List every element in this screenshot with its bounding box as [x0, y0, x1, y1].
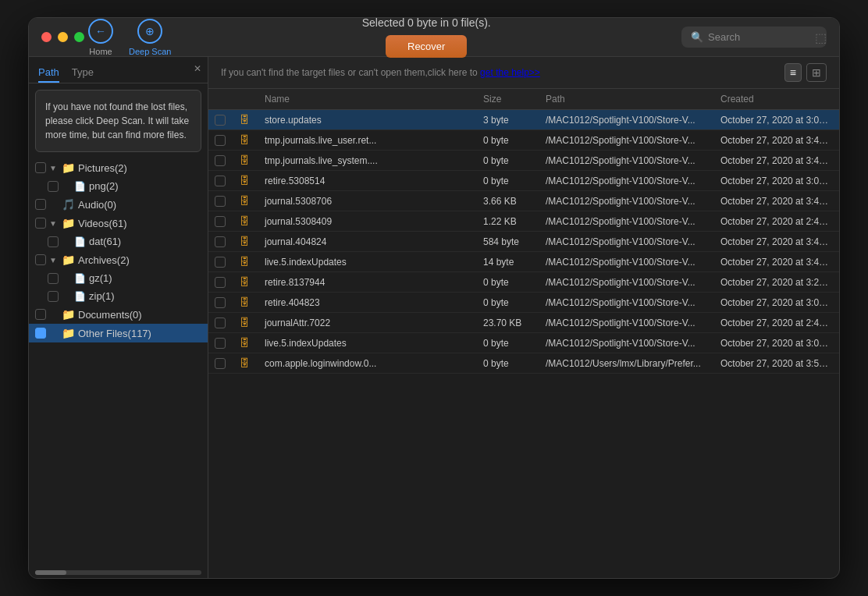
row-size: 0 byte: [477, 155, 539, 166]
table-row[interactable]: 🗄 live.5.indexUpdates 14 byte /MAC1012/S…: [208, 252, 839, 272]
sidebar-item-gz[interactable]: 📄 gz(1): [29, 269, 208, 287]
window-action-icon: ⬚: [815, 30, 827, 44]
row-checkbox[interactable]: [208, 338, 233, 349]
home-nav-button[interactable]: ← Home: [88, 19, 113, 56]
traffic-lights: [41, 32, 84, 42]
row-name: com.apple.loginwindow.0...: [258, 358, 477, 369]
sidebar: Path Type ✕ If you have not found the lo…: [29, 57, 208, 578]
table-row[interactable]: 🗄 retire.5308514 0 byte /MAC1012/Spotlig…: [208, 171, 839, 191]
list-view-button[interactable]: ≡: [784, 63, 802, 82]
png-checkbox[interactable]: [48, 181, 59, 192]
table-row[interactable]: 🗄 retire.404823 0 byte /MAC1012/Spotligh…: [208, 293, 839, 313]
main-area: Path Type ✕ If you have not found the lo…: [29, 57, 839, 578]
deepscan-nav-button[interactable]: ⊕ Deep Scan: [129, 19, 171, 56]
search-input[interactable]: [708, 31, 817, 43]
row-file-icon: 🗄: [233, 215, 258, 227]
row-checkbox[interactable]: [208, 216, 233, 227]
status-text: Selected 0 byte in 0 file(s).: [362, 17, 491, 29]
sidebar-item-audio[interactable]: 🎵 Audio(0): [29, 195, 208, 214]
status-area: Selected 0 byte in 0 file(s). Recover: [194, 17, 658, 58]
row-checkbox[interactable]: [208, 257, 233, 268]
archives-label: Archives(2): [78, 254, 130, 266]
sidebar-item-dat[interactable]: 📄 dat(61): [29, 232, 208, 250]
other-files-checkbox[interactable]: [35, 328, 46, 339]
maximize-button[interactable]: [74, 32, 84, 42]
home-icon: ←: [88, 19, 113, 44]
row-checkbox[interactable]: [208, 176, 233, 186]
row-name: journal.5308409: [258, 216, 477, 227]
row-checkbox[interactable]: [208, 135, 233, 146]
row-size: 14 byte: [477, 257, 539, 268]
gz-checkbox[interactable]: [48, 273, 59, 284]
toolbar: ← Home ⊕ Deep Scan Selected 0 byte in 0 …: [41, 17, 827, 58]
sidebar-item-zip[interactable]: 📄 zip(1): [29, 287, 208, 305]
row-checkbox[interactable]: [208, 358, 233, 369]
row-checkbox[interactable]: [208, 318, 233, 328]
row-checkbox[interactable]: [208, 236, 233, 247]
zip-checkbox[interactable]: [48, 291, 59, 302]
table-row[interactable]: 🗄 retire.8137944 0 byte /MAC1012/Spotlig…: [208, 272, 839, 293]
documents-checkbox[interactable]: [35, 309, 46, 320]
table-row[interactable]: 🗄 tmp.journals.live_system.... 0 byte /M…: [208, 151, 839, 171]
tab-path[interactable]: Path: [38, 63, 59, 83]
row-checkbox[interactable]: [208, 115, 233, 126]
table-row[interactable]: 🗄 journalAttr.7022 23.70 KB /MAC1012/Spo…: [208, 313, 839, 333]
pictures-checkbox[interactable]: [35, 162, 46, 173]
sidebar-scrollbar[interactable]: [35, 570, 201, 575]
table-row[interactable]: 🗄 com.apple.loginwindow.0... 0 byte /MAC…: [208, 353, 839, 374]
audio-checkbox[interactable]: [35, 199, 46, 210]
sidebar-item-videos[interactable]: ▼ 📁 Videos(61): [29, 214, 208, 232]
archives-folder-icon: 📁: [62, 254, 75, 266]
row-name: store.updates: [258, 115, 477, 126]
documents-label: Documents(0): [78, 309, 142, 321]
minimize-button[interactable]: [58, 32, 68, 42]
table-row[interactable]: 🗄 journal.404824 584 byte /MAC1012/Spotl…: [208, 232, 839, 252]
videos-checkbox[interactable]: [35, 218, 46, 229]
row-file-icon: 🗄: [233, 195, 258, 207]
sidebar-tabs: Path Type ✕: [29, 57, 208, 83]
row-checkbox[interactable]: [208, 297, 233, 308]
sidebar-item-other-files[interactable]: 📁 Other Files(117): [29, 324, 208, 342]
tooltip-close-button[interactable]: ✕: [194, 63, 201, 74]
help-link[interactable]: get the help>>: [480, 67, 540, 78]
zip-label: zip(1): [89, 290, 115, 302]
table-row[interactable]: 🗄 journal.5308409 1.22 KB /MAC1012/Spotl…: [208, 211, 839, 232]
sidebar-item-png[interactable]: 📄 png(2): [29, 177, 208, 195]
table-row[interactable]: 🗄 store.updates 3 byte /MAC1012/Spotligh…: [208, 110, 839, 130]
row-file-icon: 🗄: [233, 337, 258, 349]
recover-button[interactable]: Recover: [386, 35, 467, 58]
row-created: October 27, 2020 at 3:48 PM: [714, 236, 839, 247]
table-row[interactable]: 🗄 live.5.indexUpdates 0 byte /MAC1012/Sp…: [208, 333, 839, 353]
row-name: live.5.indexUpdates: [258, 257, 477, 268]
row-path: /MAC1012/Spotlight-V100/Store-V...: [539, 155, 714, 166]
row-size: 0 byte: [477, 338, 539, 349]
row-size: 23.70 KB: [477, 318, 539, 328]
col-icon: [233, 94, 258, 105]
audio-label: Audio(0): [78, 199, 116, 211]
sidebar-item-documents[interactable]: 📁 Documents(0): [29, 305, 208, 324]
row-name: retire.404823: [258, 297, 477, 308]
row-size: 0 byte: [477, 176, 539, 186]
dat-checkbox[interactable]: [48, 236, 59, 247]
close-button[interactable]: [41, 32, 52, 42]
grid-view-button[interactable]: ⊞: [806, 63, 827, 82]
row-size: 584 byte: [477, 236, 539, 247]
row-size: 0 byte: [477, 135, 539, 146]
table-row[interactable]: 🗄 tmp.journals.live_user.ret... 0 byte /…: [208, 130, 839, 151]
png-label: png(2): [89, 180, 119, 192]
sidebar-item-pictures[interactable]: ▼ 📁 Pictures(2): [29, 158, 208, 177]
table-row[interactable]: 🗄 journal.5308706 3.66 KB /MAC1012/Spotl…: [208, 191, 839, 211]
row-checkbox[interactable]: [208, 277, 233, 288]
row-created: October 27, 2020 at 2:48 PM: [714, 216, 839, 227]
deepscan-icon: ⊕: [137, 19, 162, 44]
tab-type[interactable]: Type: [72, 63, 94, 83]
row-checkbox[interactable]: [208, 196, 233, 207]
archives-checkbox[interactable]: [35, 254, 46, 265]
search-box[interactable]: 🔍: [681, 27, 827, 48]
deepscan-label: Deep Scan: [129, 47, 171, 56]
file-icon: 📄: [74, 181, 86, 192]
sidebar-item-archives[interactable]: ▼ 📁 Archives(2): [29, 250, 208, 269]
row-created: October 27, 2020 at 3:48 PM: [714, 257, 839, 268]
row-size: 1.22 KB: [477, 216, 539, 227]
row-checkbox[interactable]: [208, 155, 233, 166]
